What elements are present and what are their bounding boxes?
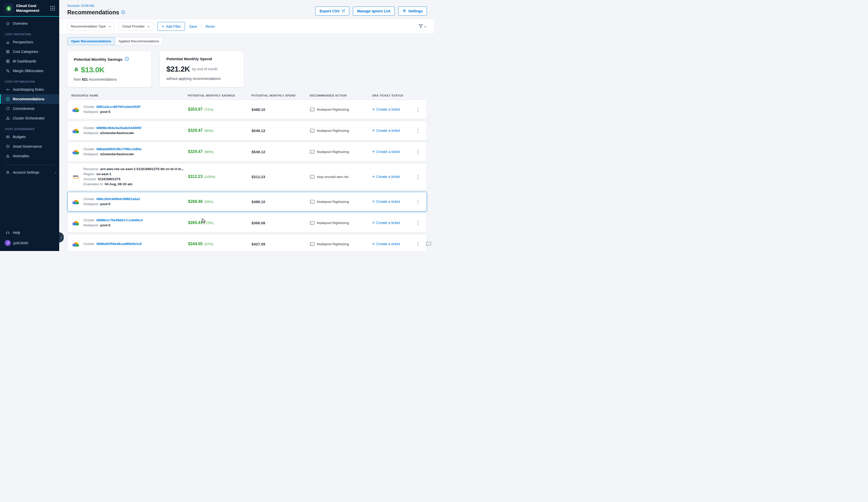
app-root: $ Cloud Cost Management OverviewCOST REP… [0, 0, 434, 251]
funnel-icon [418, 24, 423, 29]
sidebar-user[interactable]: J jyoti.bisht [0, 237, 59, 249]
save-filter-link[interactable]: Save [189, 24, 197, 29]
table-row[interactable]: aws Resource:arn:aws:rds:us-east-1:51161… [67, 163, 427, 190]
table-row[interactable]: Cluster:688c2fefc84fbdc99801a0a2Nodepool… [67, 192, 427, 211]
kebab-menu-icon[interactable]: ⋮ [414, 173, 422, 180]
sidebar-item-help[interactable]: Help [0, 228, 59, 237]
sidebar-item-budgets[interactable]: Budgets [0, 132, 59, 142]
export-csv-button[interactable]: Export CSV [315, 7, 349, 15]
recommendation-type-dropdown[interactable]: Recommendation Type [67, 22, 115, 31]
resource-lines: Cluster:6886e92f59a48cad86b5b1c6 [83, 241, 142, 247]
resource-label: Resource: [83, 167, 99, 171]
resource-label: Cluster: [83, 147, 95, 152]
create-ticket-button[interactable]: +Create a ticket [372, 128, 400, 133]
savings-percent: (72%) [204, 108, 214, 112]
plus-icon: + [162, 24, 164, 29]
sidebar-item-account-settings[interactable]: Account Settings › [0, 168, 59, 177]
plus-icon: + [372, 241, 375, 247]
table-row[interactable]: Cluster:6888b1c70e49db17c1de60c4Nodepool… [67, 213, 427, 233]
table-row[interactable]: Cluster:6886e92f59a48cad86b5b1c6 $244.05… [67, 234, 427, 251]
divider [201, 24, 202, 29]
governance-icon [6, 144, 10, 148]
settings-label: Settings [408, 9, 423, 13]
settings-button[interactable]: Settings [398, 7, 427, 15]
sidebar-item-perspectives[interactable]: Perspectives [0, 37, 59, 47]
savings-percent: (60%) [204, 129, 214, 133]
resource-label: Cluster: [83, 104, 95, 109]
plus-icon: + [372, 220, 375, 226]
autostopping-icon [6, 87, 10, 92]
resource-value: arn:aws:rds:us-east-1:511616801275:db:zn… [100, 167, 184, 171]
sidebar-item-recommendations[interactable]: Recommendations [0, 94, 59, 104]
create-ticket-button[interactable]: +Create a ticket [372, 107, 400, 112]
kebab-menu-icon[interactable]: ⋮ [414, 219, 422, 227]
kebab-menu-icon[interactable]: ⋮ [414, 148, 422, 156]
tab-applied-recommendations[interactable]: Applied Recommendations [115, 37, 163, 45]
manage-ignore-label: Manage Ignore List [357, 9, 390, 13]
kebab-menu-icon[interactable]: ⋮ [414, 106, 422, 113]
cluster-link[interactable]: 688add6fb019b17f9bccb95a [96, 147, 142, 152]
resource-label: Nodepool: [83, 109, 99, 114]
cluster-link[interactable]: 68898c064e3e2ba0e544005f [96, 125, 141, 130]
reset-filter-link[interactable]: Reset [205, 24, 215, 29]
percent-icon [6, 69, 10, 73]
sidebar-item-cluster-orchestrator[interactable]: Cluster Orchestrator [0, 113, 59, 123]
manage-ignore-list-button[interactable]: Manage Ignore List [353, 7, 395, 15]
sidebar-item-asset-governance[interactable]: Asset Governance [0, 142, 59, 151]
sidebar-item-autostopping-rules[interactable]: AutoStopping Rules [0, 85, 59, 94]
savings-percent: (60%) [204, 150, 214, 154]
add-filter-button[interactable]: + Add Filter [157, 22, 185, 31]
resource-label: Nodepool: [83, 223, 99, 228]
chevron-down-icon [147, 24, 150, 28]
plus-icon: + [372, 128, 375, 133]
resource-label: Account: [83, 177, 97, 182]
create-ticket-button[interactable]: +Create a ticket [372, 220, 400, 226]
spend-amount: $488.10 [251, 107, 310, 112]
sidebar-header: $ Cloud Cost Management [0, 0, 59, 17]
sidebar-item-cost-categories[interactable]: Cost Categories [0, 47, 59, 56]
cluster-link[interactable]: 6886e92f59a48cad86b5b1c6 [96, 241, 142, 247]
plus-icon: + [372, 174, 375, 179]
create-ticket-button[interactable]: +Create a ticket [372, 241, 400, 247]
create-ticket-button[interactable]: +Create a ticket [372, 149, 400, 155]
filter-funnel-button[interactable] [418, 24, 426, 29]
tab-open-recommendations[interactable]: Open Recommendations [67, 37, 115, 45]
sidebar-item-commitments[interactable]: Commitments [0, 104, 59, 113]
chat-help-icon[interactable] [425, 241, 432, 248]
resource-label: Nodepool: [83, 202, 99, 207]
sidebar-item-overview[interactable]: Overview [0, 19, 59, 28]
resource-lines: Cluster:6888b1c70e49db17c1de60c4Nodepool… [83, 218, 143, 228]
sidebar-item-bi-dashboards[interactable]: BI Dashboards [0, 56, 59, 66]
gcp-icon [72, 241, 80, 247]
table-row[interactable]: Cluster:688add6fb019b17f9bccb95aNodepool… [67, 142, 427, 161]
kebab-menu-icon[interactable]: ⋮ [414, 198, 422, 206]
table-row[interactable]: Cluster:68898c064e3e2ba0e544005fNodepool… [67, 121, 427, 140]
resource-value: 04 Aug, 06:33 am [105, 182, 133, 187]
resource-label: Nodepool: [83, 130, 99, 136]
cloud-provider-dropdown[interactable]: Cloud Provider [119, 22, 154, 31]
question-icon[interactable]: ? [125, 57, 129, 62]
table-header: RESOURCE NAME POTENTIAL MONTHLY SAVINGS … [67, 94, 427, 100]
gcp-icon [72, 199, 80, 205]
sidebar-item-anomalies[interactable]: Anomalies [0, 151, 59, 161]
sidebar-item-margin-obfuscation[interactable]: Margin Obfuscation [0, 66, 59, 76]
plus-icon: + [372, 149, 375, 155]
sidebar-item-label: Account Settings [13, 170, 39, 174]
savings-amount: $312.23 [188, 174, 203, 179]
savings-percent: (72%) [204, 221, 214, 225]
sidebar-item-label: Cluster Orchestrator [13, 116, 45, 120]
apps-grid-icon[interactable] [50, 5, 56, 11]
cluster-link[interactable]: 6888b1c70e49db17c1de60c4 [96, 218, 143, 223]
table-row[interactable]: Cluster:6881a3ccc887941a4ee202ffNodepool… [67, 100, 427, 119]
sidebar-item-label: Asset Governance [13, 144, 42, 148]
sidebar-item-label: Cost Categories [13, 50, 38, 54]
create-ticket-button[interactable]: +Create a ticket [372, 199, 400, 205]
sidebar-item-label: Perspectives [13, 40, 33, 44]
create-ticket-button[interactable]: +Create a ticket [372, 174, 400, 179]
breadcrumb-account-link[interactable]: Account: CCM-NG [67, 4, 94, 8]
kebab-menu-icon[interactable]: ⋮ [414, 127, 422, 134]
cluster-link[interactable]: 6881a3ccc887941a4ee202ff [96, 104, 141, 109]
kebab-menu-icon[interactable]: ⋮ [414, 240, 422, 248]
cluster-link[interactable]: 688c2fefc84fbdc99801a0a2 [96, 197, 140, 202]
info-icon[interactable] [121, 10, 125, 15]
